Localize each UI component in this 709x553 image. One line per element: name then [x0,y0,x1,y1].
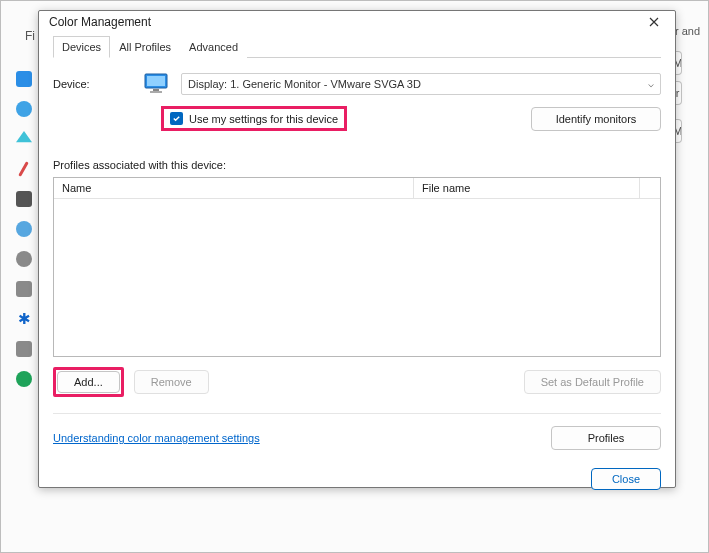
device-selected-text: Display: 1. Generic Monitor - VMware SVG… [188,78,421,90]
tab-advanced[interactable]: Advanced [180,36,247,58]
close-button[interactable] [639,11,669,33]
bg-icon [16,281,32,297]
chevron-down-icon: ⌵ [648,78,654,89]
column-name[interactable]: Name [54,178,414,198]
svg-rect-1 [147,76,165,86]
remove-button: Remove [134,370,209,394]
svg-rect-3 [150,91,162,93]
list-header: Name File name [54,178,660,199]
tab-all-profiles[interactable]: All Profiles [110,36,180,58]
column-end [640,178,660,198]
use-settings-label: Use my settings for this device [189,113,338,125]
understanding-link[interactable]: Understanding color management settings [53,432,260,444]
bg-icon [16,101,32,117]
add-highlight: Add... [53,367,124,397]
svg-rect-2 [153,89,159,91]
tab-devices[interactable]: Devices [53,36,110,58]
close-dialog-button[interactable]: Close [591,468,661,490]
profiles-button[interactable]: Profiles [551,426,661,450]
associated-profiles-label: Profiles associated with this device: [53,159,661,171]
bg-icon [16,221,32,237]
device-label: Device: [53,78,133,90]
check-icon [172,114,181,123]
bg-icon [16,191,32,207]
device-select[interactable]: Display: 1. Generic Monitor - VMware SVG… [181,73,661,95]
bg-icon [16,251,32,267]
set-default-button: Set as Default Profile [524,370,661,394]
color-management-dialog: Color Management Devices All Profiles Ad… [38,10,676,488]
bg-icon [16,71,32,87]
titlebar: Color Management [39,11,675,33]
use-settings-highlight: Use my settings for this device [161,106,347,131]
bg-sidebar: ✱ [16,71,34,387]
use-settings-checkbox[interactable] [170,112,183,125]
column-filename[interactable]: File name [414,178,640,198]
bg-icon [18,161,29,176]
add-button[interactable]: Add... [57,371,120,393]
monitor-icon [143,72,171,96]
tabs: Devices All Profiles Advanced [53,35,661,58]
bg-icon [16,341,32,357]
dialog-title: Color Management [49,15,639,29]
accessibility-icon: ✱ [16,311,32,327]
bg-partial-text: Fi [25,29,35,43]
bg-icon [16,371,32,387]
identify-monitors-button[interactable]: Identify monitors [531,107,661,131]
bg-icon [16,131,32,147]
profiles-listbox[interactable]: Name File name [53,177,661,357]
close-icon [649,17,659,27]
separator [53,413,661,414]
